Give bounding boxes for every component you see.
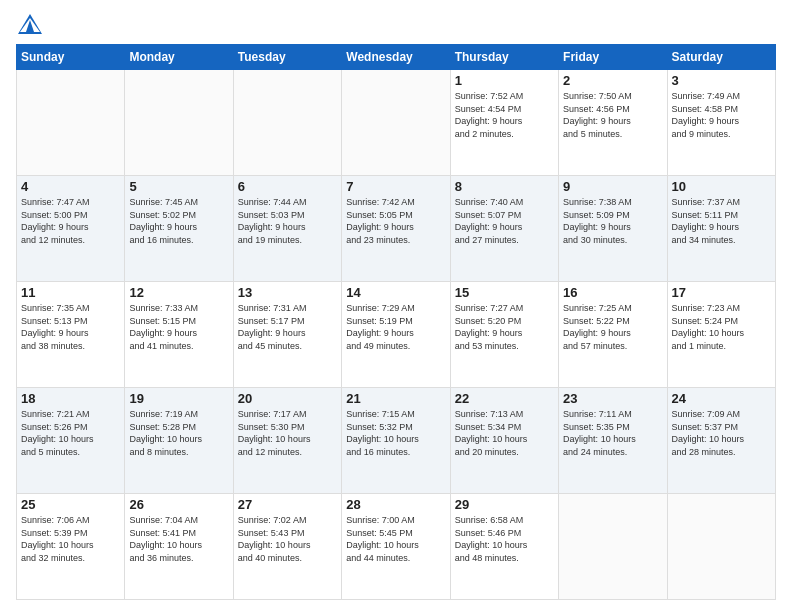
day-number: 7 [346, 179, 445, 194]
day-info: Sunrise: 7:06 AM Sunset: 5:39 PM Dayligh… [21, 514, 120, 564]
calendar-table: SundayMondayTuesdayWednesdayThursdayFrid… [16, 44, 776, 600]
calendar-week-row: 1Sunrise: 7:52 AM Sunset: 4:54 PM Daylig… [17, 70, 776, 176]
day-info: Sunrise: 7:49 AM Sunset: 4:58 PM Dayligh… [672, 90, 771, 140]
day-of-week-header: Thursday [450, 45, 558, 70]
day-info: Sunrise: 7:45 AM Sunset: 5:02 PM Dayligh… [129, 196, 228, 246]
day-info: Sunrise: 7:42 AM Sunset: 5:05 PM Dayligh… [346, 196, 445, 246]
calendar-cell: 4Sunrise: 7:47 AM Sunset: 5:00 PM Daylig… [17, 176, 125, 282]
day-number: 20 [238, 391, 337, 406]
calendar-cell: 1Sunrise: 7:52 AM Sunset: 4:54 PM Daylig… [450, 70, 558, 176]
day-info: Sunrise: 7:19 AM Sunset: 5:28 PM Dayligh… [129, 408, 228, 458]
day-number: 13 [238, 285, 337, 300]
calendar-cell: 23Sunrise: 7:11 AM Sunset: 5:35 PM Dayli… [559, 388, 667, 494]
calendar-cell: 20Sunrise: 7:17 AM Sunset: 5:30 PM Dayli… [233, 388, 341, 494]
calendar-cell: 16Sunrise: 7:25 AM Sunset: 5:22 PM Dayli… [559, 282, 667, 388]
calendar-cell: 8Sunrise: 7:40 AM Sunset: 5:07 PM Daylig… [450, 176, 558, 282]
calendar-cell: 18Sunrise: 7:21 AM Sunset: 5:26 PM Dayli… [17, 388, 125, 494]
day-info: Sunrise: 7:13 AM Sunset: 5:34 PM Dayligh… [455, 408, 554, 458]
calendar-cell [233, 70, 341, 176]
day-number: 27 [238, 497, 337, 512]
calendar-cell: 25Sunrise: 7:06 AM Sunset: 5:39 PM Dayli… [17, 494, 125, 600]
day-info: Sunrise: 7:35 AM Sunset: 5:13 PM Dayligh… [21, 302, 120, 352]
day-info: Sunrise: 6:58 AM Sunset: 5:46 PM Dayligh… [455, 514, 554, 564]
calendar-cell: 14Sunrise: 7:29 AM Sunset: 5:19 PM Dayli… [342, 282, 450, 388]
day-info: Sunrise: 7:02 AM Sunset: 5:43 PM Dayligh… [238, 514, 337, 564]
day-number: 24 [672, 391, 771, 406]
calendar-cell: 2Sunrise: 7:50 AM Sunset: 4:56 PM Daylig… [559, 70, 667, 176]
day-info: Sunrise: 7:21 AM Sunset: 5:26 PM Dayligh… [21, 408, 120, 458]
calendar-cell: 19Sunrise: 7:19 AM Sunset: 5:28 PM Dayli… [125, 388, 233, 494]
day-number: 23 [563, 391, 662, 406]
calendar-cell: 5Sunrise: 7:45 AM Sunset: 5:02 PM Daylig… [125, 176, 233, 282]
calendar-cell [125, 70, 233, 176]
day-info: Sunrise: 7:31 AM Sunset: 5:17 PM Dayligh… [238, 302, 337, 352]
day-number: 26 [129, 497, 228, 512]
calendar-cell: 12Sunrise: 7:33 AM Sunset: 5:15 PM Dayli… [125, 282, 233, 388]
calendar-cell: 29Sunrise: 6:58 AM Sunset: 5:46 PM Dayli… [450, 494, 558, 600]
day-info: Sunrise: 7:44 AM Sunset: 5:03 PM Dayligh… [238, 196, 337, 246]
calendar-cell: 7Sunrise: 7:42 AM Sunset: 5:05 PM Daylig… [342, 176, 450, 282]
calendar-cell [667, 494, 775, 600]
calendar-cell [559, 494, 667, 600]
day-number: 29 [455, 497, 554, 512]
day-number: 3 [672, 73, 771, 88]
calendar-week-row: 18Sunrise: 7:21 AM Sunset: 5:26 PM Dayli… [17, 388, 776, 494]
header [16, 12, 776, 36]
day-info: Sunrise: 7:23 AM Sunset: 5:24 PM Dayligh… [672, 302, 771, 352]
day-number: 15 [455, 285, 554, 300]
calendar-cell: 15Sunrise: 7:27 AM Sunset: 5:20 PM Dayli… [450, 282, 558, 388]
day-number: 28 [346, 497, 445, 512]
logo [16, 12, 48, 36]
day-number: 16 [563, 285, 662, 300]
day-number: 25 [21, 497, 120, 512]
logo-icon [16, 12, 44, 36]
day-info: Sunrise: 7:29 AM Sunset: 5:19 PM Dayligh… [346, 302, 445, 352]
day-info: Sunrise: 7:27 AM Sunset: 5:20 PM Dayligh… [455, 302, 554, 352]
calendar-cell: 9Sunrise: 7:38 AM Sunset: 5:09 PM Daylig… [559, 176, 667, 282]
calendar-cell: 17Sunrise: 7:23 AM Sunset: 5:24 PM Dayli… [667, 282, 775, 388]
day-info: Sunrise: 7:25 AM Sunset: 5:22 PM Dayligh… [563, 302, 662, 352]
day-number: 9 [563, 179, 662, 194]
day-number: 8 [455, 179, 554, 194]
day-of-week-header: Friday [559, 45, 667, 70]
calendar-cell: 3Sunrise: 7:49 AM Sunset: 4:58 PM Daylig… [667, 70, 775, 176]
day-number: 14 [346, 285, 445, 300]
calendar-cell: 26Sunrise: 7:04 AM Sunset: 5:41 PM Dayli… [125, 494, 233, 600]
calendar-cell: 24Sunrise: 7:09 AM Sunset: 5:37 PM Dayli… [667, 388, 775, 494]
day-number: 22 [455, 391, 554, 406]
calendar-week-row: 25Sunrise: 7:06 AM Sunset: 5:39 PM Dayli… [17, 494, 776, 600]
calendar-cell [17, 70, 125, 176]
day-number: 6 [238, 179, 337, 194]
day-number: 4 [21, 179, 120, 194]
page: SundayMondayTuesdayWednesdayThursdayFrid… [0, 0, 792, 612]
day-of-week-header: Sunday [17, 45, 125, 70]
calendar-week-row: 4Sunrise: 7:47 AM Sunset: 5:00 PM Daylig… [17, 176, 776, 282]
day-number: 21 [346, 391, 445, 406]
day-info: Sunrise: 7:00 AM Sunset: 5:45 PM Dayligh… [346, 514, 445, 564]
day-of-week-header: Wednesday [342, 45, 450, 70]
day-info: Sunrise: 7:47 AM Sunset: 5:00 PM Dayligh… [21, 196, 120, 246]
day-number: 19 [129, 391, 228, 406]
calendar-header-row: SundayMondayTuesdayWednesdayThursdayFrid… [17, 45, 776, 70]
day-info: Sunrise: 7:04 AM Sunset: 5:41 PM Dayligh… [129, 514, 228, 564]
day-number: 10 [672, 179, 771, 194]
day-info: Sunrise: 7:17 AM Sunset: 5:30 PM Dayligh… [238, 408, 337, 458]
day-of-week-header: Monday [125, 45, 233, 70]
day-info: Sunrise: 7:15 AM Sunset: 5:32 PM Dayligh… [346, 408, 445, 458]
day-of-week-header: Saturday [667, 45, 775, 70]
calendar-week-row: 11Sunrise: 7:35 AM Sunset: 5:13 PM Dayli… [17, 282, 776, 388]
day-number: 1 [455, 73, 554, 88]
day-of-week-header: Tuesday [233, 45, 341, 70]
calendar-cell [342, 70, 450, 176]
day-info: Sunrise: 7:37 AM Sunset: 5:11 PM Dayligh… [672, 196, 771, 246]
calendar-cell: 22Sunrise: 7:13 AM Sunset: 5:34 PM Dayli… [450, 388, 558, 494]
day-number: 18 [21, 391, 120, 406]
day-info: Sunrise: 7:40 AM Sunset: 5:07 PM Dayligh… [455, 196, 554, 246]
day-info: Sunrise: 7:50 AM Sunset: 4:56 PM Dayligh… [563, 90, 662, 140]
day-number: 17 [672, 285, 771, 300]
calendar-cell: 21Sunrise: 7:15 AM Sunset: 5:32 PM Dayli… [342, 388, 450, 494]
day-info: Sunrise: 7:33 AM Sunset: 5:15 PM Dayligh… [129, 302, 228, 352]
day-number: 5 [129, 179, 228, 194]
day-info: Sunrise: 7:09 AM Sunset: 5:37 PM Dayligh… [672, 408, 771, 458]
calendar-cell: 28Sunrise: 7:00 AM Sunset: 5:45 PM Dayli… [342, 494, 450, 600]
